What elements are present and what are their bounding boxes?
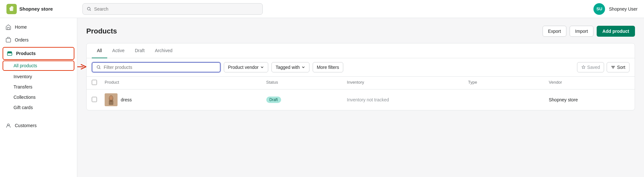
sidebar-item-orders[interactable]: Orders <box>0 33 77 46</box>
right-filter-actions: Saved Sort <box>577 62 630 72</box>
sidebar-label-products: Products <box>16 51 36 56</box>
sidebar-sublabel-gift-cards: Gift cards <box>14 105 33 110</box>
arrow-icon <box>77 62 87 71</box>
import-button[interactable]: Import <box>570 26 593 37</box>
saved-button[interactable]: Saved <box>577 62 604 72</box>
svg-rect-9 <box>109 100 113 105</box>
sidebar-sublabel-collections: Collections <box>14 95 35 100</box>
product-vendor-filter[interactable]: Product vendor <box>224 62 268 72</box>
sidebar-label-home: Home <box>15 24 27 30</box>
select-all-checkbox[interactable] <box>92 80 97 85</box>
vendor-cell: Shopney store <box>549 97 630 102</box>
products-card: All Active Draft Archived <box>86 43 635 110</box>
search-icon <box>87 6 91 12</box>
logo-area: Shopney store <box>6 4 77 14</box>
sort-icon <box>611 65 615 70</box>
table-row: dress Draft Inventory not tracked Shopne… <box>87 89 635 110</box>
vendor-chevron-icon <box>260 65 264 69</box>
status-cell: Draft <box>266 97 347 103</box>
tagged-with-filter[interactable]: Tagged with <box>271 62 309 72</box>
sidebar-label-orders: Orders <box>15 37 29 42</box>
shopify-logo-icon <box>6 4 17 14</box>
sidebar-item-products[interactable]: Products <box>3 47 74 60</box>
sidebar: Home Orders Products All products Invent… <box>0 18 77 177</box>
customers-icon <box>5 122 12 129</box>
status-badge: Draft <box>266 97 281 103</box>
sidebar-subitem-transfers[interactable]: Transfers <box>0 82 77 92</box>
avatar: SU <box>593 3 605 15</box>
header-vendor: Vendor <box>549 80 630 86</box>
sidebar-subitem-all-products[interactable]: All products <box>3 61 74 71</box>
sidebar-item-home[interactable]: Home <box>0 21 77 33</box>
tab-archived[interactable]: Archived <box>150 43 177 58</box>
filter-products-input[interactable] <box>104 65 216 70</box>
page-title: Products <box>86 27 543 35</box>
row-select-checkbox[interactable] <box>92 97 97 102</box>
header-inventory: Inventory <box>347 80 468 86</box>
main-layout: Home Orders Products All products Invent… <box>0 18 644 177</box>
main-content: Products Export Import Add product All A… <box>77 18 644 177</box>
filter-search-bar[interactable] <box>92 62 221 72</box>
filter-search-icon <box>96 65 101 70</box>
star-icon <box>581 65 586 70</box>
svg-point-10 <box>109 96 113 100</box>
add-product-button[interactable]: Add product <box>597 26 635 37</box>
header-actions: Export Import Add product <box>543 26 635 37</box>
product-cell: dress <box>105 93 266 106</box>
table-header: Product Status Inventory Type Vendor <box>87 77 635 89</box>
sidebar-sublabel-inventory: Inventory <box>14 74 32 79</box>
home-icon <box>5 24 12 30</box>
more-filters-button[interactable]: More filters <box>313 62 343 72</box>
tab-draft[interactable]: Draft <box>130 43 150 58</box>
orders-icon <box>5 37 12 43</box>
header-product: Product <box>105 80 266 86</box>
product-name: dress <box>121 97 132 102</box>
svg-rect-3 <box>6 38 11 42</box>
product-thumbnail <box>105 93 118 106</box>
sidebar-item-customers[interactable]: Customers <box>0 119 77 132</box>
nav-right: SU Shopney User <box>593 3 638 15</box>
inventory-cell: Inventory not tracked <box>347 97 468 102</box>
header-status: Status <box>266 80 347 86</box>
products-icon <box>6 50 13 57</box>
sidebar-subitem-collections[interactable]: Collections <box>0 92 77 102</box>
top-navigation: Shopney store SU Shopney User <box>0 0 644 18</box>
export-button[interactable]: Export <box>543 26 566 37</box>
sort-button[interactable]: Sort <box>607 62 630 72</box>
sidebar-sublabel-all-products: All products <box>14 63 37 68</box>
global-search-bar[interactable] <box>82 3 263 15</box>
row-checkbox <box>92 97 105 103</box>
tab-bar: All Active Draft Archived <box>87 43 635 58</box>
store-name: Shopney store <box>19 6 53 12</box>
svg-rect-4 <box>7 53 12 55</box>
page-header: Products Export Import Add product <box>86 26 635 37</box>
annotation-arrow <box>77 62 87 72</box>
sidebar-subitem-inventory[interactable]: Inventory <box>0 71 77 82</box>
header-checkbox-col <box>92 80 105 86</box>
product-image <box>105 93 118 106</box>
svg-rect-2 <box>7 27 9 30</box>
sidebar-sublabel-transfers: Transfers <box>14 84 33 89</box>
sidebar-label-customers: Customers <box>15 123 37 128</box>
sidebar-subitem-gift-cards[interactable]: Gift cards <box>0 102 77 113</box>
header-type: Type <box>468 80 549 86</box>
search-input[interactable] <box>94 6 259 12</box>
user-name: Shopney User <box>609 6 638 12</box>
tab-active[interactable]: Active <box>107 43 130 58</box>
tab-all[interactable]: All <box>92 43 107 58</box>
tagged-chevron-icon <box>301 65 305 69</box>
filters-row: Product vendor Tagged with More filters <box>87 58 635 77</box>
